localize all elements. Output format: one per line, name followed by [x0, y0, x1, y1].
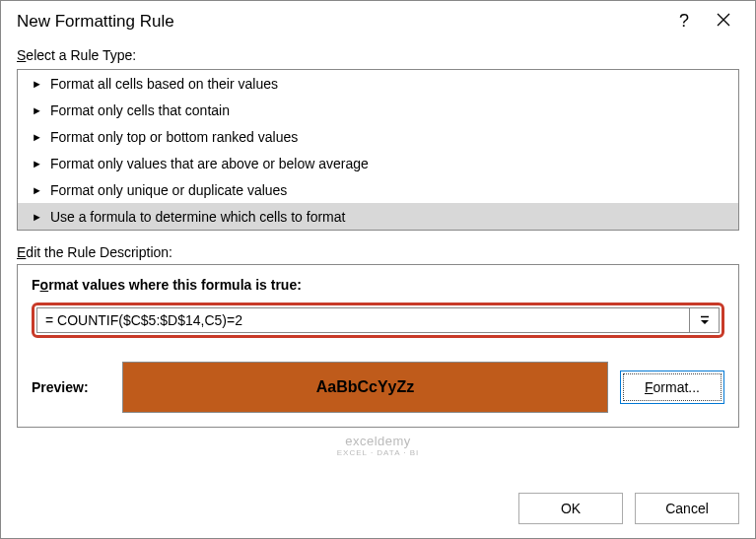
- edit-rule-description-label: Edit the Rule Description:: [17, 244, 739, 260]
- format-button[interactable]: Format...: [620, 371, 724, 404]
- rule-description-box: Format values where this formula is true…: [17, 264, 739, 428]
- preview-row: Preview: AaBbCcYyZz Format...: [32, 362, 724, 413]
- ok-button[interactable]: OK: [518, 493, 623, 524]
- dialog-title: New Formatting Rule: [17, 12, 664, 32]
- close-button[interactable]: [704, 11, 743, 32]
- rule-type-label: Format only unique or duplicate values: [50, 182, 287, 198]
- pointer-icon: ►: [32, 104, 42, 116]
- rule-type-label: Format all cells based on their values: [50, 76, 278, 92]
- pointer-icon: ►: [32, 78, 42, 90]
- rule-type-item[interactable]: ►Format all cells based on their values: [18, 70, 738, 97]
- help-button[interactable]: ?: [664, 11, 704, 32]
- formula-input[interactable]: [36, 307, 690, 333]
- preview-swatch: AaBbCcYyZz: [122, 362, 608, 413]
- rule-type-label: Format only values that are above or bel…: [50, 156, 369, 171]
- formula-input-row: [32, 303, 724, 338]
- dialog-footer: OK Cancel: [1, 487, 755, 538]
- watermark: exceldemy EXCEL · DATA · BI: [17, 428, 739, 461]
- new-formatting-rule-dialog: New Formatting Rule ? Select a Rule Type…: [0, 0, 756, 539]
- rule-type-item[interactable]: ►Format only cells that contain: [18, 97, 738, 123]
- watermark-main: exceldemy: [17, 434, 739, 448]
- collapse-icon: [699, 314, 711, 326]
- rule-type-item[interactable]: ►Format only top or bottom ranked values: [18, 123, 738, 150]
- pointer-icon: ►: [32, 211, 42, 223]
- rule-type-item[interactable]: ►Format only unique or duplicate values: [18, 176, 738, 203]
- rule-type-label: Format only cells that contain: [50, 102, 230, 118]
- close-icon: [717, 13, 730, 27]
- pointer-icon: ►: [32, 158, 42, 169]
- titlebar: New Formatting Rule ?: [1, 1, 755, 39]
- watermark-sub: EXCEL · DATA · BI: [17, 448, 739, 457]
- rule-type-label: Format only top or bottom ranked values: [50, 129, 298, 145]
- rule-type-label: Use a formula to determine which cells t…: [50, 209, 346, 225]
- select-rule-type-label: Select a Rule Type:: [17, 47, 739, 63]
- rule-type-item[interactable]: ►Use a formula to determine which cells …: [18, 203, 738, 230]
- preview-label: Preview:: [32, 379, 110, 395]
- rule-type-list: ►Format all cells based on their values …: [17, 69, 739, 231]
- formula-label: Format values where this formula is true…: [32, 277, 724, 293]
- pointer-icon: ►: [32, 184, 42, 196]
- cancel-button[interactable]: Cancel: [635, 493, 739, 524]
- dialog-body: Select a Rule Type: ►Format all cells ba…: [1, 39, 755, 487]
- pointer-icon: ►: [32, 131, 42, 143]
- rule-type-item[interactable]: ►Format only values that are above or be…: [18, 150, 738, 176]
- collapse-dialog-button[interactable]: [690, 307, 720, 333]
